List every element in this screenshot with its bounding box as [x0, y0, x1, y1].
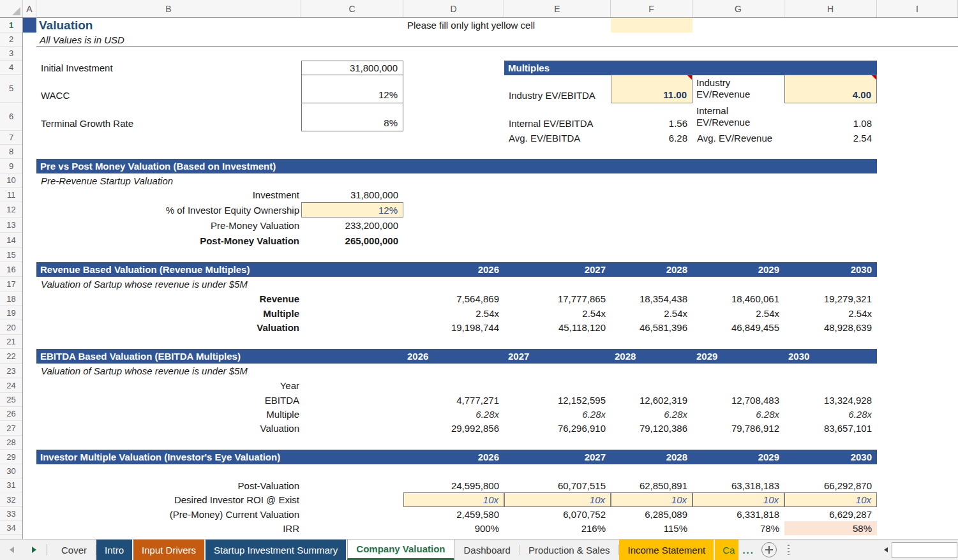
value-cell[interactable]: 6.28x [504, 407, 611, 421]
row-header-33[interactable]: 33 [0, 507, 22, 521]
row-header-7[interactable]: 7 [0, 131, 22, 145]
input-cell[interactable]: 10x [692, 492, 784, 507]
value-cell[interactable]: 6.28x [403, 407, 504, 421]
value-cell[interactable]: 45,118,120 [504, 320, 611, 335]
row-header-4[interactable]: 4 [0, 61, 22, 75]
value-cell[interactable]: 63,318,183 [692, 478, 784, 492]
row-header-34[interactable]: 34 [0, 521, 22, 535]
row-header-14[interactable]: 14 [0, 233, 22, 248]
value-cell[interactable]: 31,800,000 [301, 61, 403, 75]
row-header-18[interactable]: 18 [0, 291, 22, 306]
value-cell[interactable]: 46,849,455 [692, 320, 784, 335]
value-cell[interactable]: 6,285,089 [611, 507, 692, 521]
input-cell[interactable]: 10x [611, 492, 692, 507]
row-header-12[interactable]: 12 [0, 202, 22, 217]
value-cell-highlighted[interactable]: 58% [784, 521, 877, 535]
row-header-1[interactable]: 1 [0, 18, 22, 33]
value-cell[interactable]: 19,198,744 [403, 320, 504, 335]
column-header-C[interactable]: C [301, 0, 403, 17]
value-cell[interactable]: 6,070,752 [504, 507, 611, 521]
value-cell[interactable]: 2.54x [784, 306, 877, 320]
select-all-corner[interactable] [0, 0, 23, 17]
value-cell[interactable]: 6.28x [611, 407, 692, 421]
value-cell[interactable]: 12% [301, 75, 403, 103]
value-cell[interactable]: 13,324,928 [784, 393, 877, 407]
value-cell[interactable]: 233,200,000 [301, 217, 403, 233]
row-header-17[interactable]: 17 [0, 277, 22, 291]
row-header-8[interactable]: 8 [0, 145, 22, 159]
value-cell[interactable]: 48,928,639 [784, 320, 877, 335]
input-cell-empty[interactable] [611, 18, 692, 33]
row-header-32[interactable]: 32 [0, 492, 22, 507]
value-cell[interactable]: 60,707,515 [504, 478, 611, 492]
sheet-tab-dashboard[interactable]: Dashboard [456, 540, 519, 560]
value-cell[interactable]: 2.54x [611, 306, 692, 320]
value-cell[interactable]: 216% [504, 521, 611, 535]
value-cell[interactable]: 900% [403, 521, 504, 535]
more-tabs-indicator[interactable]: ... [740, 540, 757, 560]
tab-nav-left-icon[interactable] [10, 547, 14, 553]
value-cell[interactable]: 12,152,595 [504, 393, 611, 407]
input-cell[interactable]: 10x [504, 492, 611, 507]
value-cell[interactable]: 2.54x [692, 306, 784, 320]
input-cell[interactable]: 10x [784, 492, 877, 507]
row-header-15[interactable]: 15 [0, 248, 22, 262]
value-cell[interactable]: 6,331,818 [692, 507, 784, 521]
value-cell[interactable]: 115% [611, 521, 692, 535]
input-cell[interactable]: 12% [301, 202, 403, 217]
row-header-30[interactable]: 30 [0, 464, 22, 478]
value-cell[interactable]: 24,595,800 [403, 478, 504, 492]
row-header-29[interactable]: 29 [0, 450, 22, 464]
value-cell[interactable]: 76,296,910 [504, 421, 611, 436]
value-cell[interactable]: 31,800,000 [301, 188, 403, 202]
value-cell[interactable]: 46,581,396 [611, 320, 692, 335]
value-cell[interactable]: 12,708,483 [692, 393, 784, 407]
value-cell[interactable]: 6.28x [784, 407, 877, 421]
row-header-25[interactable]: 25 [0, 393, 22, 407]
row-header-3[interactable]: 3 [0, 47, 22, 61]
value-cell[interactable]: 4,777,271 [403, 393, 504, 407]
row-header-21[interactable]: 21 [0, 335, 22, 349]
column-header-I[interactable]: I [877, 0, 958, 17]
sheet-tab-input-drivers[interactable]: Input Drivers [133, 540, 204, 560]
row-header-23[interactable]: 23 [0, 364, 22, 378]
column-header-G[interactable]: G [692, 0, 784, 17]
row-header-6[interactable]: 6 [0, 103, 22, 131]
value-cell[interactable]: 7,564,869 [403, 291, 504, 306]
value-cell[interactable]: 1.08 [784, 103, 877, 131]
value-cell[interactable]: 17,777,865 [504, 291, 611, 306]
column-header-H[interactable]: H [784, 0, 877, 17]
value-cell[interactable]: 79,120,386 [611, 421, 692, 436]
row-header-24[interactable]: 24 [0, 378, 22, 393]
value-cell[interactable]: 265,000,000 [301, 233, 403, 248]
cell-a1-fill[interactable] [23, 18, 36, 33]
input-cell[interactable]: 11.00 [611, 75, 692, 103]
row-header-28[interactable]: 28 [0, 436, 22, 450]
value-cell[interactable]: 18,354,438 [611, 291, 692, 306]
value-cell[interactable]: 6.28 [611, 131, 692, 145]
sheet-tab-ca[interactable]: Ca [715, 540, 738, 560]
sheet-tab-startup-investment-summary[interactable]: Startup Investment Summary [206, 540, 346, 560]
value-cell[interactable]: 6.28x [692, 407, 784, 421]
value-cell[interactable]: 83,657,101 [784, 421, 877, 436]
value-cell[interactable]: 18,460,061 [692, 291, 784, 306]
column-header-A[interactable]: A [23, 0, 36, 17]
row-header-19[interactable]: 19 [0, 306, 22, 320]
row-header-20[interactable]: 20 [0, 320, 22, 335]
row-header-26[interactable]: 26 [0, 407, 22, 421]
input-cell[interactable]: 10x [403, 492, 504, 507]
value-cell[interactable]: 2,459,580 [403, 507, 504, 521]
row-header-9[interactable]: 9 [0, 159, 22, 173]
scroll-left-icon[interactable] [880, 542, 892, 558]
column-header-F[interactable]: F [611, 0, 692, 17]
add-sheet-button[interactable] [761, 542, 777, 557]
value-cell[interactable]: 12,602,319 [611, 393, 692, 407]
sheet-tab-income-statement[interactable]: Income Statement [619, 540, 714, 560]
value-cell[interactable]: 66,292,870 [784, 478, 877, 492]
value-cell[interactable]: 2.54x [403, 306, 504, 320]
value-cell[interactable]: 2.54 [784, 131, 877, 145]
row-header-22[interactable]: 22 [0, 349, 22, 364]
scrollbar-track[interactable] [892, 542, 957, 558]
value-cell[interactable]: 79,786,912 [692, 421, 784, 436]
row-header-16[interactable]: 16 [0, 262, 22, 277]
